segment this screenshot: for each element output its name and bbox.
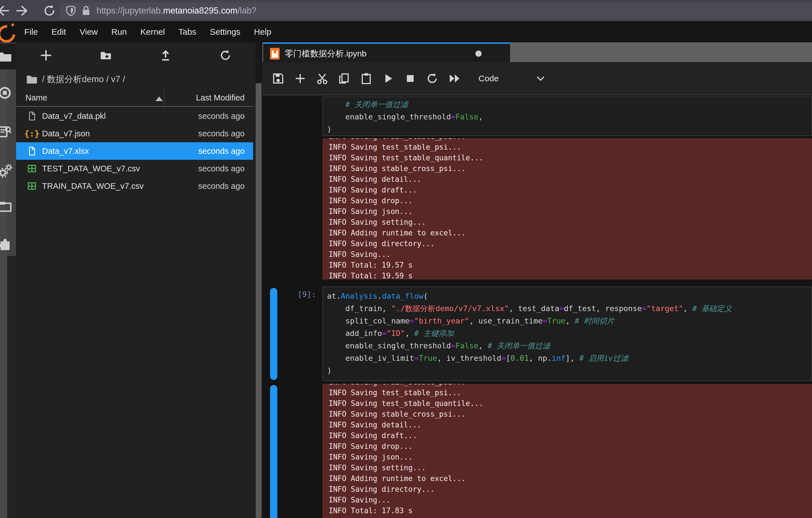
url-text: https://jupyterlab.metanoia8295.com/lab? <box>96 6 257 16</box>
notebook-scroll-area[interactable]: # 关闭单一值过滤 enable_single_threshold=False,… <box>262 96 812 518</box>
file-browser-icon[interactable] <box>0 49 12 64</box>
new-folder-icon[interactable] <box>99 49 112 61</box>
execution-count-prompt: [9]: <box>274 290 316 299</box>
property-inspector-icon[interactable] <box>0 163 12 179</box>
column-header-modified[interactable]: Last Modified <box>196 93 245 103</box>
file-list-header: Name Last Modified <box>16 90 253 107</box>
clipped-output-line: INFO Saving train_stable_psi... <box>329 138 812 142</box>
file-list: Data_v7_data.pklseconds ago{:}Data_v7.js… <box>16 107 253 195</box>
output-line: INFO Saving... <box>329 495 812 505</box>
unsaved-changes-dot[interactable] <box>475 51 482 57</box>
file-row[interactable]: TEST_DATA_WOE_v7.csvseconds ago <box>16 160 253 177</box>
copy-icon[interactable] <box>338 72 350 85</box>
menu-tabs[interactable]: Tabs <box>172 27 203 37</box>
code-line: enable_iv_limit=True, iv_threshold=[0.01… <box>327 352 811 364</box>
output-line: INFO Saving detail... <box>329 174 812 185</box>
code-line: ) <box>327 123 811 136</box>
address-bar[interactable]: https://jupyterlab.metanoia8295.com/lab? <box>60 3 812 19</box>
scrollbar-thumb[interactable] <box>256 83 262 518</box>
code-cell-partial[interactable]: # 关闭单一值过滤 enable_single_threshold=False,… <box>322 97 812 136</box>
menu-kernel[interactable]: Kernel <box>134 27 172 37</box>
forward-icon[interactable] <box>17 4 29 17</box>
output-line: INFO Saving draft... <box>329 185 812 195</box>
file-row[interactable]: TRAIN_DATA_WOE_v7.csvseconds ago <box>16 177 253 195</box>
file-name: TRAIN_DATA_WOE_v7.csv <box>42 182 144 191</box>
menu-settings[interactable]: Settings <box>203 27 247 37</box>
file-row[interactable]: {:}Data_v7.jsonseconds ago <box>16 125 253 142</box>
paste-icon[interactable] <box>360 72 372 85</box>
menu-view[interactable]: View <box>73 27 105 37</box>
code-line: enable_single_threshold=False, <box>327 111 811 123</box>
output-line: INFO Saving stable_cross_psi... <box>329 163 812 174</box>
output-line: INFO Saving detail... <box>329 419 812 430</box>
tab-bar: 零门槛数据分析.ipynb <box>262 42 812 62</box>
file-name: TEST_DATA_WOE_v7.csv <box>42 164 140 173</box>
notebook-tab[interactable]: 零门槛数据分析.ipynb <box>263 42 510 63</box>
menu-edit[interactable]: Edit <box>45 27 73 37</box>
browser-toolbar: https://jupyterlab.metanoia8295.com/lab? <box>0 0 812 22</box>
menu-file[interactable]: File <box>18 27 45 37</box>
file-browser-panel: / 数据分析demo / v7 / Name Last Modified Dat… <box>16 42 255 518</box>
output-line: INFO Saving draft... <box>329 430 812 441</box>
command-palette-icon[interactable] <box>0 124 12 139</box>
stop-icon[interactable] <box>404 72 416 85</box>
notebook-file-icon <box>270 48 280 60</box>
open-tabs-icon[interactable] <box>0 199 12 215</box>
output-collapser[interactable] <box>270 385 277 518</box>
file-row[interactable]: Data_v7_data.pklseconds ago <box>16 107 253 125</box>
clipped-output-line: INFO Saving train_stable_psi... <box>329 384 812 387</box>
notebook-panel: 零门槛数据分析.ipynb <box>262 42 812 518</box>
add-cell-icon[interactable] <box>294 72 307 85</box>
output-line: INFO Total: 19.59 s <box>329 270 812 279</box>
output-line: INFO Total: 17.83 s <box>329 505 812 516</box>
input-collapser[interactable] <box>270 288 277 380</box>
menu-help[interactable]: Help <box>247 27 278 37</box>
restart-kernel-icon[interactable] <box>426 72 438 85</box>
restart-run-all-icon[interactable] <box>448 72 460 85</box>
output-line: INFO Adding runtime to excel... <box>329 227 812 238</box>
sort-ascending-icon <box>155 97 163 101</box>
cell-type-dropdown[interactable]: Code <box>478 74 499 83</box>
file-browser-toolbar <box>16 42 255 68</box>
chevron-down-icon[interactable] <box>535 75 546 82</box>
running-sessions-icon[interactable] <box>0 85 12 101</box>
output-line: INFO Saving stable_cross_psi... <box>329 409 812 419</box>
output-line: INFO Total: 17.85 s <box>329 516 812 518</box>
file-name: Data_v7.xlsx <box>42 146 89 156</box>
column-divider[interactable] <box>164 90 164 106</box>
output-line: INFO Saving test_stable_quantile... <box>329 153 812 163</box>
code-line: df_train, "./数据分析demo/v7/v7.xlsx", test_… <box>327 302 811 315</box>
code-line: # 关闭单一值过滤 <box>327 98 811 111</box>
output-line: INFO Total: 19.57 s <box>329 260 812 270</box>
file-modified: seconds ago <box>198 182 244 191</box>
save-icon[interactable] <box>272 72 284 85</box>
column-header-name[interactable]: Name <box>25 93 47 103</box>
upload-icon[interactable] <box>160 49 172 61</box>
code-cell-9[interactable]: at.Analysis.data_flow( df_train, "./数据分析… <box>322 287 812 381</box>
menu-run[interactable]: Run <box>105 27 134 37</box>
menu-items: FileEditViewRunKernelTabsSettingsHelp <box>18 27 278 37</box>
output-line: INFO Saving setting... <box>329 462 812 473</box>
extensions-puzzle-icon[interactable] <box>0 237 12 252</box>
lock-icon[interactable] <box>82 5 90 16</box>
new-launcher-icon[interactable] <box>40 49 52 61</box>
code-line: add_info="ID", # 主键添加 <box>327 327 811 339</box>
folder-icon[interactable] <box>26 75 37 84</box>
file-modified: seconds ago <box>198 164 244 173</box>
output-line: INFO Saving drop... <box>329 195 812 206</box>
jupyterlab-window: https://jupyterlab.metanoia8295.com/lab?… <box>0 0 812 518</box>
breadcrumb[interactable]: / 数据分析demo / v7 / <box>26 72 125 87</box>
run-icon[interactable] <box>382 72 395 85</box>
file-modified: seconds ago <box>198 146 244 156</box>
shield-icon[interactable] <box>66 5 76 17</box>
file-name: Data_v7.json <box>42 129 90 138</box>
refresh-icon[interactable] <box>219 49 232 61</box>
file-row[interactable]: Data_v7.xlsxseconds ago <box>16 142 253 160</box>
cut-icon[interactable] <box>316 72 328 85</box>
csv-file-icon <box>26 181 37 192</box>
output-line: INFO Saving test_stable_psi... <box>329 387 812 398</box>
back-icon[interactable] <box>0 4 9 17</box>
reload-icon[interactable] <box>43 4 56 17</box>
left-activity-bar <box>0 42 16 518</box>
output-line: INFO Saving... <box>329 249 812 260</box>
